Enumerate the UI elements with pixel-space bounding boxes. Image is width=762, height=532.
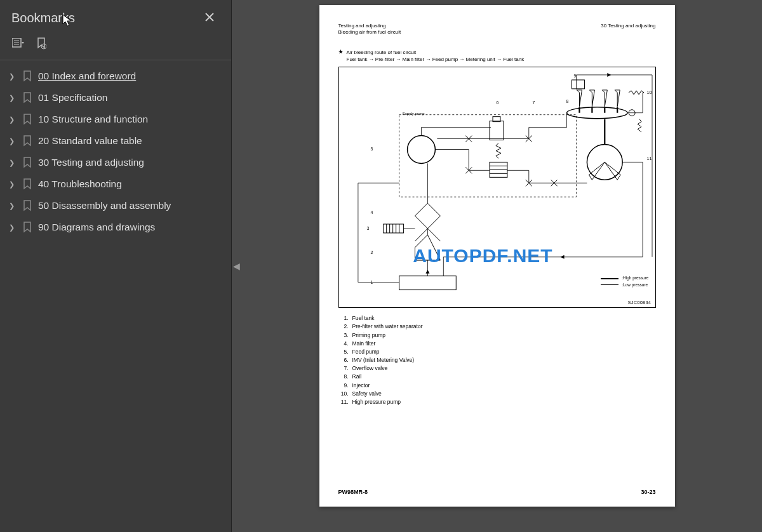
bookmark-item-testing[interactable]: ❯ 30 Testing and adjusting: [0, 152, 231, 173]
bookmark-ribbon-icon: [36, 37, 46, 50]
bookmark-label: 10 Structure and function: [38, 114, 148, 125]
parts-list: 1.Fuel tank 2.Pre-filter with water sepa…: [338, 314, 656, 406]
page-header-left: Testing and adjusting Bleeding air from …: [338, 23, 401, 36]
thick-line-icon: [601, 278, 618, 279]
list-options-icon: [12, 38, 25, 50]
callout-4: 4: [371, 210, 373, 215]
svg-rect-22: [572, 80, 584, 89]
callout-7: 7: [533, 100, 535, 105]
bookmark-icon: [23, 135, 33, 147]
page-header: Testing and adjusting Bleeding air from …: [338, 23, 656, 36]
bookmark-item-standard-value[interactable]: ❯ 20 Standard value table: [0, 130, 231, 152]
bookmark-icon: [23, 91, 33, 104]
chevron-right-icon[interactable]: ❯: [9, 116, 18, 124]
bookmark-icon: [23, 221, 33, 234]
bookmark-item-index[interactable]: ❯ 00 Index and foreword: [0, 65, 231, 87]
callout-8: 8: [566, 99, 569, 103]
pressure-legend: :High pressure :Low pressure: [601, 275, 648, 288]
bookmark-label: 00 Index and foreword: [38, 70, 136, 82]
chevron-right-icon[interactable]: ❯: [9, 202, 18, 210]
chevron-right-icon[interactable]: ❯: [9, 94, 18, 102]
bookmark-item-specification[interactable]: ❯ 01 Specification: [0, 87, 231, 109]
list-item: 3.Priming pump: [338, 331, 656, 340]
bookmark-icon: [23, 199, 33, 212]
sidebar-title: Bookmarks: [11, 11, 75, 25]
legend-low: :Low pressure: [622, 282, 648, 288]
find-current-bookmark-button[interactable]: [34, 37, 48, 51]
bookmark-item-diagrams[interactable]: ❯ 90 Diagrams and drawings: [0, 216, 231, 238]
legend-high: :High pressure: [622, 275, 648, 281]
callout-3: 3: [367, 226, 370, 230]
callout-5: 5: [371, 147, 373, 151]
bookmark-item-structure[interactable]: ❯ 10 Structure and function: [0, 109, 231, 130]
svg-point-6: [407, 136, 435, 164]
footer-model: PW98MR-8: [338, 489, 368, 495]
bookmark-icon: [23, 113, 33, 126]
close-sidebar-button[interactable]: [199, 8, 220, 28]
header-section-title: Testing and adjusting: [338, 23, 401, 29]
chevron-right-icon[interactable]: ❯: [9, 223, 18, 232]
list-item: 1.Fuel tank: [338, 314, 656, 323]
bullet-title: Air bleeding route of fuel circuit: [347, 49, 525, 56]
bullet-route: Fuel tank → Pre-filter → Main filter → F…: [347, 56, 525, 63]
list-item: 11.High pressure pump: [338, 398, 656, 406]
fuel-circuit-diagram: 5 4 3 2 1 6 7 8 9 10 11 Supply pump :Hig…: [338, 67, 656, 308]
bookmark-label: 30 Testing and adjusting: [38, 157, 144, 168]
chevron-right-icon[interactable]: ❯: [9, 180, 18, 189]
supply-pump-label: Supply pump: [403, 112, 425, 116]
bookmark-item-troubleshooting[interactable]: ❯ 40 Troubleshooting: [0, 173, 231, 195]
bookmark-label: 40 Troubleshooting: [38, 178, 122, 190]
svg-rect-13: [399, 276, 456, 290]
bookmark-icon: [23, 70, 33, 83]
thin-line-icon: [601, 284, 618, 285]
page-header-right: 30 Testing and adjusting: [601, 23, 655, 36]
diagram-id: SJC00834: [628, 300, 652, 305]
bookmark-label: 50 Disassembly and assembly: [38, 200, 171, 211]
bookmark-label: 20 Standard value table: [38, 135, 142, 147]
svg-rect-14: [490, 121, 504, 140]
list-item: 10.Safety valve: [338, 390, 656, 398]
bookmarks-sidebar: Bookmarks ❯ 00 Index and foreword ❯ 01 S…: [0, 0, 232, 532]
list-item: 6.IMV (Inlet Metering Valve): [338, 356, 656, 364]
list-item: 8.Rail: [338, 373, 656, 381]
header-topic: Bleeding air from fuel circuit: [338, 29, 401, 36]
sidebar-toolbar: [0, 32, 231, 60]
close-icon: [204, 12, 215, 22]
callout-6: 6: [497, 100, 499, 105]
svg-rect-5: [399, 115, 576, 197]
callout-9: 9: [574, 74, 577, 78]
svg-point-21: [566, 107, 627, 119]
bookmarks-list: ❯ 00 Index and foreword ❯ 01 Specificati…: [0, 60, 231, 243]
bookmark-item-disassembly[interactable]: ❯ 50 Disassembly and assembly: [0, 195, 231, 216]
list-item: 2.Pre-filter with water separator: [338, 323, 656, 331]
bookmark-label: 01 Specification: [38, 92, 107, 103]
chevron-right-icon[interactable]: ❯: [9, 72, 18, 81]
callout-2: 2: [371, 250, 373, 255]
callout-11: 11: [647, 156, 652, 161]
svg-point-4: [41, 44, 46, 49]
chevron-right-icon[interactable]: ❯: [9, 137, 18, 145]
watermark-text: AUTOPDF.NET: [413, 245, 552, 267]
bookmarks-options-button[interactable]: [11, 37, 25, 51]
collapse-sidebar-handle[interactable]: ◀: [232, 255, 241, 277]
bullet-note: ★ Air bleeding route of fuel circuit Fue…: [338, 49, 656, 63]
star-icon: ★: [338, 49, 343, 63]
footer-page-number: 30-23: [641, 489, 655, 495]
bookmark-icon: [23, 156, 33, 169]
pdf-page: Testing and adjusting Bleeding air from …: [319, 5, 675, 507]
page-footer: PW98MR-8 30-23: [338, 489, 656, 495]
bookmark-label: 90 Diagrams and drawings: [38, 222, 155, 233]
chevron-right-icon[interactable]: ❯: [9, 159, 18, 167]
bookmark-icon: [23, 178, 33, 190]
list-item: 5.Feed pump: [338, 348, 656, 356]
callout-10: 10: [647, 90, 652, 95]
list-item: 7.Overflow valve: [338, 364, 656, 373]
document-viewport[interactable]: ◀ Testing and adjusting Bleeding air fro…: [232, 0, 762, 532]
sidebar-header: Bookmarks: [0, 0, 231, 32]
list-item: 9.Injector: [338, 382, 656, 390]
callout-1: 1: [371, 280, 373, 284]
list-item: 4.Main filter: [338, 340, 656, 348]
